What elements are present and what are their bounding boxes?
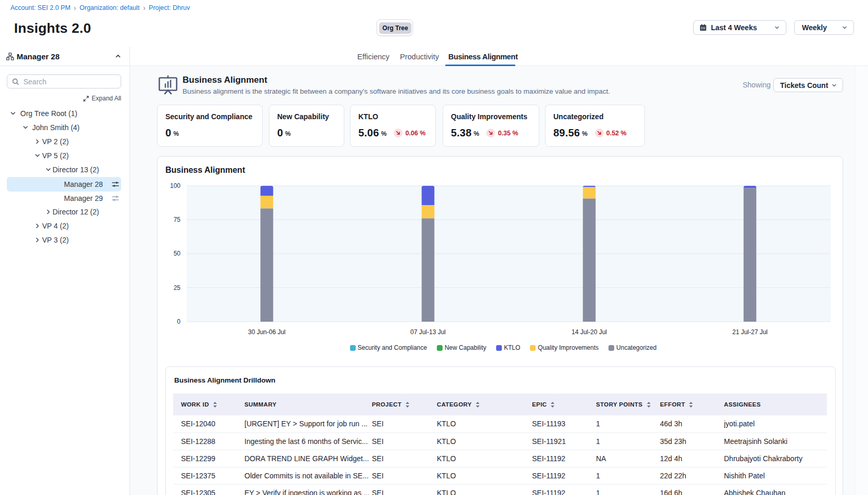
svg-text:50: 50 (174, 250, 181, 257)
svg-text:30 Jun-06 Jul: 30 Jun-06 Jul (248, 328, 286, 336)
svg-text:75: 75 (174, 216, 181, 223)
svg-text:07 Jul-13 Jul: 07 Jul-13 Jul (410, 328, 446, 336)
svg-text:25: 25 (174, 284, 181, 291)
svg-text:100: 100 (170, 182, 180, 189)
svg-text:21 Jul-27 Jul: 21 Jul-27 Jul (732, 328, 768, 336)
svg-text:0: 0 (177, 318, 180, 325)
svg-text:14 Jul-20 Jul: 14 Jul-20 Jul (572, 328, 607, 336)
